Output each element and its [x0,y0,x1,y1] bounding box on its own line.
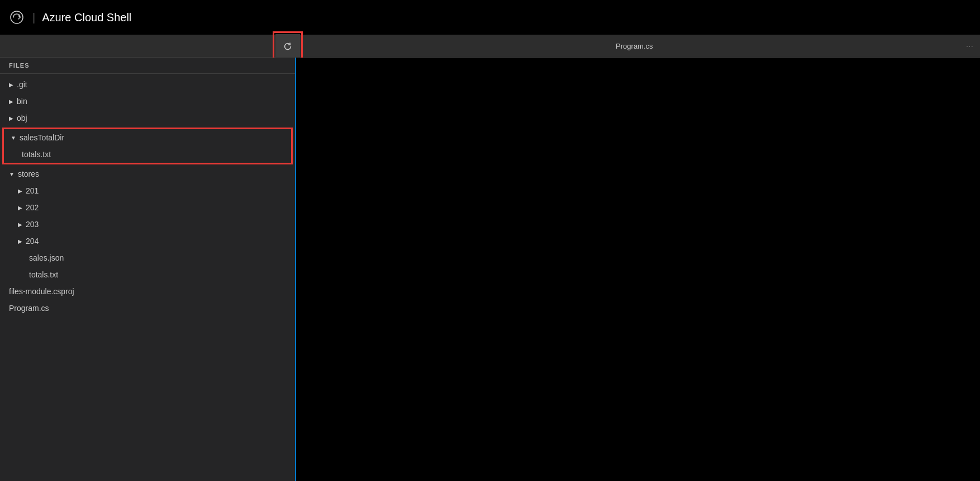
label-203: 203 [26,220,39,229]
tree-item-204[interactable]: 204 [0,233,295,249]
highlighted-section: salesTotalDir totals.txt [2,128,293,164]
editor-header-left [7,31,303,62]
arrow-bin [9,98,13,105]
editor-area[interactable] [296,58,980,481]
editor-more-options[interactable]: ··· [966,41,973,51]
tree-item-bin[interactable]: bin [0,93,295,110]
label-salesTotalDir: salesTotalDir [20,133,64,142]
tree-item-salesTotalDir[interactable]: salesTotalDir [4,129,291,146]
arrow-salesTotalDir [11,135,16,141]
tree-item-stores[interactable]: stores [0,166,295,182]
app-title: Azure Cloud Shell [42,11,131,24]
tree-item-totals-txt-highlighted[interactable]: totals.txt [4,146,291,163]
svg-point-0 [11,11,23,23]
arrow-stores [9,171,15,177]
label-sales-json: sales.json [29,253,64,262]
files-header: FILES [0,58,295,74]
label-204: 204 [26,237,39,246]
file-tree: .git bin obj salesTotalDir [0,74,295,319]
arrow-203 [18,221,22,228]
arrow-204 [18,238,22,244]
main-layout: Program.cs ··· FILES .git bin [0,35,980,481]
editor-filename: Program.cs [303,42,966,50]
label-202: 202 [26,203,39,212]
tree-item-sales-json[interactable]: sales.json [0,249,295,266]
arrow-201 [18,188,22,194]
tree-item-obj[interactable]: obj [0,110,295,126]
file-explorer-sidebar: FILES .git bin obj [0,58,296,481]
arrow-202 [18,205,22,211]
tree-item-202[interactable]: 202 [0,199,295,216]
label-program-cs: Program.cs [9,304,49,313]
cloud-shell-icon [9,10,25,25]
tree-item-totals-txt[interactable]: totals.txt [0,266,295,283]
label-obj: obj [17,114,27,122]
label-totals-txt: totals.txt [29,270,58,279]
refresh-button-highlight [273,31,303,62]
tree-item-git[interactable]: .git [0,76,295,93]
label-totals-txt-highlighted: totals.txt [22,150,51,159]
label-bin: bin [17,97,27,106]
label-git: .git [17,80,27,89]
tree-item-201[interactable]: 201 [0,182,295,199]
title-bar: | Azure Cloud Shell [0,0,980,35]
tree-item-203[interactable]: 203 [0,216,295,233]
tree-item-files-module[interactable]: files-module.csproj [0,283,295,300]
editor-header: Program.cs ··· [0,35,980,58]
label-stores: stores [18,169,39,178]
title-separator: | [32,11,35,24]
label-201: 201 [26,186,39,195]
tree-item-program-cs[interactable]: Program.cs [0,300,295,317]
arrow-obj [9,115,13,121]
label-files-module: files-module.csproj [9,287,74,296]
arrow-git [9,82,13,88]
refresh-button[interactable] [275,34,300,59]
content-area: FILES .git bin obj [0,58,980,481]
